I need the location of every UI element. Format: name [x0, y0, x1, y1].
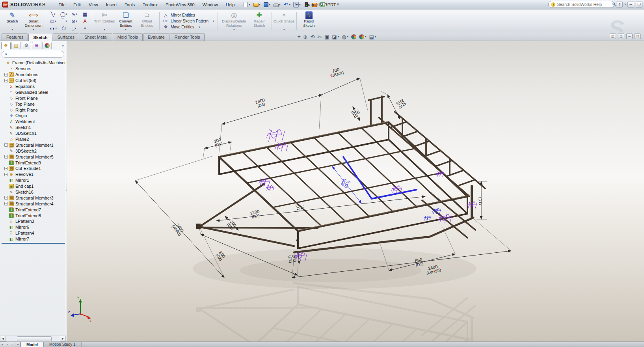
- sketch-entity-button[interactable]: A: [80, 18, 90, 25]
- doc-window-button[interactable]: ◫: [618, 34, 624, 39]
- sketch-entity-button[interactable]: ◞ ▾: [69, 25, 80, 32]
- tree-item[interactable]: + ◇ Plane2: [1, 136, 66, 142]
- display-delete-relations-button[interactable]: ◎ Display/Delete Relations ▾: [220, 10, 249, 32]
- tree-item[interactable]: + ⠿ LPattern4: [1, 230, 66, 236]
- dropdown-caret-icon[interactable]: ▾: [269, 3, 271, 6]
- tree-item[interactable]: + A Annotations: [1, 72, 66, 78]
- tree-item[interactable]: + ≡ Galvanized Steel: [1, 89, 66, 95]
- search-input[interactable]: [557, 2, 610, 7]
- tree-item[interactable]: + ◔ Sensors: [1, 66, 66, 72]
- heads-up-button[interactable]: ⊕: [303, 34, 307, 40]
- tree-item[interactable]: + ▤ Structural Member4: [1, 201, 66, 207]
- restore-button[interactable]: ❐: [636, 2, 642, 7]
- dropdown-caret-icon[interactable]: ▾: [125, 28, 127, 32]
- rapid-sketch-button[interactable]: ϟ Rapid Sketch: [298, 10, 320, 32]
- trim-entities-button[interactable]: ✄ Trim Entities ▾: [94, 10, 115, 32]
- dropdown-caret-icon[interactable]: ▾: [199, 26, 200, 29]
- tree-item[interactable]: + ⊟ Cut-Extrude1: [1, 166, 66, 172]
- menu-item[interactable]: Insert: [102, 2, 121, 8]
- linear-sketch-pattern-button[interactable]: ∷∷ Linear Sketch Pattern ▾: [163, 19, 214, 24]
- menu-item[interactable]: Window: [199, 2, 221, 8]
- search-icon[interactable]: 🔍︎: [612, 2, 616, 7]
- offset-entities-button[interactable]: ⊃ Offset Entities: [136, 10, 158, 32]
- tree-item[interactable]: + ✛ Origin: [1, 113, 66, 119]
- tree-item[interactable]: + ◇ Right Plane: [1, 107, 66, 113]
- dropdown-caret-icon[interactable]: ▾: [55, 27, 57, 30]
- scrollbar-thumb[interactable]: [17, 336, 52, 341]
- minimize-button[interactable]: ─: [627, 2, 634, 7]
- quick-access-button[interactable]: ▾: [252, 2, 261, 8]
- sketch-entity-button[interactable]: ╲ ▾: [48, 11, 58, 18]
- dimxpertmanager-tab[interactable]: ⊕: [32, 42, 41, 49]
- tree-item[interactable]: + ✎ Sketch16: [1, 189, 66, 195]
- sketch-entity-button[interactable]: ⌒ ▾: [58, 18, 69, 25]
- sketch-entity-button[interactable]: ⊘ ▾: [69, 18, 80, 25]
- tree-item[interactable]: + ◧ Mirror7: [1, 236, 66, 242]
- menu-item[interactable]: View: [85, 2, 102, 8]
- tree-item[interactable]: + T Trim/Extend7: [1, 207, 66, 213]
- mirror-entities-button[interactable]: △ Mirror Entities: [163, 13, 214, 18]
- sketch-entity-button[interactable]: ▦: [80, 11, 90, 18]
- dropdown-caret-icon[interactable]: ▾: [76, 13, 77, 16]
- tree-item[interactable]: + ▤ Structural Member1: [1, 142, 66, 148]
- dimension-label[interactable]: (D1): [478, 197, 483, 205]
- dropdown-caret-icon[interactable]: ▾: [259, 3, 261, 6]
- expand-icon[interactable]: +: [4, 155, 8, 159]
- dropdown-caret-icon[interactable]: ▾: [33, 28, 34, 32]
- quick-snaps-button[interactable]: ⌖ Quick Snaps ▾: [274, 10, 295, 32]
- menu-item[interactable]: Tools: [121, 2, 138, 8]
- dropdown-caret-icon[interactable]: ▾: [66, 13, 67, 16]
- dropdown-caret-icon[interactable]: ▾: [299, 3, 301, 6]
- tree-item[interactable]: + ≣ Cut list(58): [1, 78, 66, 84]
- dropdown-caret-icon[interactable]: ▾: [65, 20, 67, 23]
- quick-access-button[interactable]: ➤ ▾: [292, 2, 302, 8]
- dropdown-caret-icon[interactable]: ▾: [338, 35, 339, 38]
- displaymanager-tab[interactable]: [42, 42, 52, 49]
- heads-up-button[interactable]: ▾: [359, 34, 367, 39]
- dropdown-caret-icon[interactable]: ▾: [283, 28, 285, 32]
- tree-item[interactable]: + Σ Equations: [1, 84, 66, 90]
- configurationmanager-tab[interactable]: ⚙: [22, 42, 31, 49]
- help-caret-icon[interactable]: ▾: [624, 3, 626, 6]
- ribbon-tab[interactable]: Surfaces: [53, 34, 79, 41]
- tab-nav-icon[interactable]: ‹: [5, 342, 10, 347]
- tab-nav-icon[interactable]: «: [0, 342, 5, 347]
- menu-item[interactable]: PhotoView 360: [162, 2, 198, 8]
- tree-item[interactable]: + ✎ Sketch1: [1, 125, 66, 131]
- filter-input[interactable]: [9, 52, 61, 56]
- dropdown-caret-icon[interactable]: ▾: [365, 35, 367, 38]
- expand-icon[interactable]: +: [4, 143, 8, 147]
- sketch-entity-button[interactable]: ◖◗ ▾: [48, 25, 58, 32]
- tree-item[interactable]: + T Trim/Extend8: [1, 213, 66, 218]
- panel-tabs-overflow[interactable]: »: [61, 43, 65, 48]
- dropdown-caret-icon[interactable]: ▾: [347, 35, 349, 38]
- tree-item[interactable]: + ⠿ LPattern3: [1, 218, 66, 224]
- quick-access-button[interactable]: ↶ ▾: [283, 2, 292, 8]
- tree-filter-box[interactable]: ▼: [2, 51, 64, 58]
- expand-icon[interactable]: +: [4, 196, 8, 200]
- help-button[interactable]: ?: [616, 2, 623, 7]
- tab-nav-icon[interactable]: ›: [10, 342, 15, 347]
- dropdown-caret-icon[interactable]: ▾: [213, 20, 214, 23]
- expand-icon[interactable]: +: [4, 73, 8, 76]
- menu-item[interactable]: Toolbox: [139, 2, 161, 8]
- menu-item[interactable]: File: [55, 2, 69, 8]
- tree-item[interactable]: + ◧ Mirror1: [1, 177, 66, 183]
- dropdown-caret-icon[interactable]: ▾: [249, 3, 250, 6]
- menu-item[interactable]: Help: [222, 2, 238, 8]
- doc-window-button[interactable]: ─: [626, 34, 633, 39]
- tree-item[interactable]: + ✎ 3DSketch2: [1, 148, 66, 154]
- ribbon-tab[interactable]: Mold Tools: [113, 34, 143, 41]
- expand-icon[interactable]: +: [4, 173, 8, 176]
- study-tab[interactable]: Model: [20, 342, 44, 347]
- heads-up-button[interactable]: ▣: [324, 34, 329, 40]
- heads-up-button[interactable]: ◍ ▾: [342, 34, 348, 40]
- heads-up-button[interactable]: ◪ ▾: [332, 34, 339, 40]
- study-tab[interactable]: Motion Study 1: [44, 342, 82, 347]
- tree-item[interactable]: + ◇ Front Plane: [1, 95, 66, 101]
- sketch-entity-button[interactable]: •: [80, 25, 90, 32]
- smart-dimension-button[interactable]: ⟺ Smart Dimension ▾: [23, 10, 44, 32]
- quick-access-button[interactable]: ▾: [262, 2, 272, 8]
- expand-icon[interactable]: +: [4, 167, 8, 170]
- tree-item[interactable]: + ∠ Weldment: [1, 119, 66, 125]
